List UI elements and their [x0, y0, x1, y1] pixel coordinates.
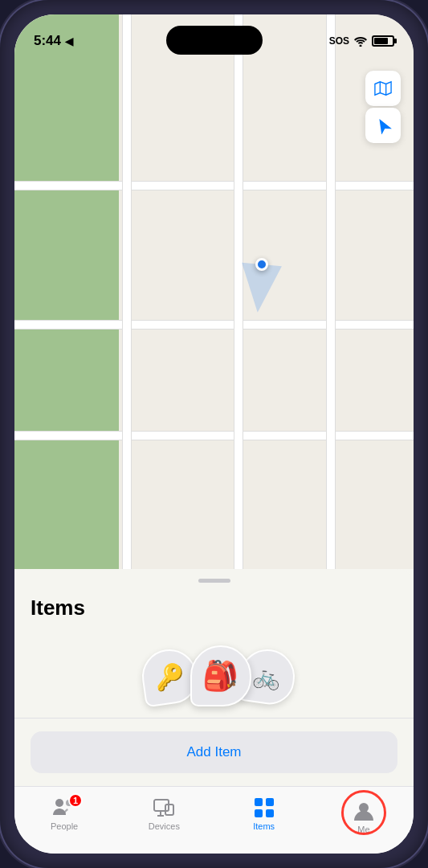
svg-rect-8 — [255, 798, 263, 806]
devices-tab-label: Devices — [149, 821, 180, 831]
sheet-title: Items — [31, 596, 397, 620]
map-background — [14, 14, 414, 569]
bottom-sheet: Items 🔑 🎒 🚲 Add Item — [14, 569, 414, 786]
svg-rect-10 — [255, 809, 263, 817]
phone-frame: 5:44 ◀ SOS — [0, 0, 428, 868]
sos-label: SOS — [329, 35, 349, 47]
battery-icon — [372, 35, 394, 47]
tab-devices[interactable]: Devices — [136, 793, 192, 834]
status-right: SOS — [329, 35, 394, 47]
divider — [14, 718, 414, 719]
dynamic-island — [166, 26, 263, 55]
me-tab-icon — [353, 800, 375, 822]
location-dot-inner — [255, 258, 268, 271]
road-vertical-1 — [122, 14, 132, 569]
tab-items[interactable]: Items — [236, 793, 292, 834]
me-tab-label: Me — [357, 825, 369, 834]
user-location — [255, 258, 268, 271]
wifi-icon — [354, 36, 367, 47]
tab-bar: 1 People Devices — [14, 786, 414, 854]
map-icon — [374, 80, 392, 97]
svg-marker-1 — [374, 117, 392, 134]
road-vertical-3 — [326, 14, 336, 569]
phone-screen: 5:44 ◀ SOS — [14, 14, 414, 854]
map-type-button[interactable] — [365, 71, 401, 106]
svg-point-0 — [360, 44, 362, 47]
road-horizontal-2 — [14, 320, 414, 330]
items-cluster: 🔑 🎒 🚲 — [31, 633, 397, 718]
road-horizontal-3 — [14, 431, 414, 440]
items-tab-label: Items — [253, 821, 275, 831]
item-pin-backpack: 🎒 — [190, 645, 251, 706]
map-controls — [365, 71, 401, 143]
people-badge: 1 — [68, 793, 83, 808]
sheet-handle — [198, 579, 230, 583]
add-item-button[interactable]: Add Item — [31, 731, 397, 773]
map-green-zone — [14, 14, 119, 569]
road-horizontal-1 — [14, 181, 414, 190]
devices-tab-icon — [153, 796, 175, 819]
status-time: 5:44 ◀ — [34, 33, 73, 49]
time-display: 5:44 — [34, 33, 61, 49]
svg-point-2 — [55, 799, 63, 807]
items-tab-icon — [253, 796, 275, 819]
map-view[interactable] — [14, 14, 414, 569]
location-icon — [374, 117, 392, 134]
location-arrow-icon: ◀ — [65, 35, 73, 47]
tab-people[interactable]: 1 People — [36, 793, 92, 834]
location-center-button[interactable] — [365, 108, 401, 143]
people-tab-label: People — [51, 821, 78, 831]
tab-me[interactable]: Me — [336, 793, 392, 837]
svg-rect-11 — [266, 809, 274, 817]
svg-rect-9 — [266, 798, 274, 806]
